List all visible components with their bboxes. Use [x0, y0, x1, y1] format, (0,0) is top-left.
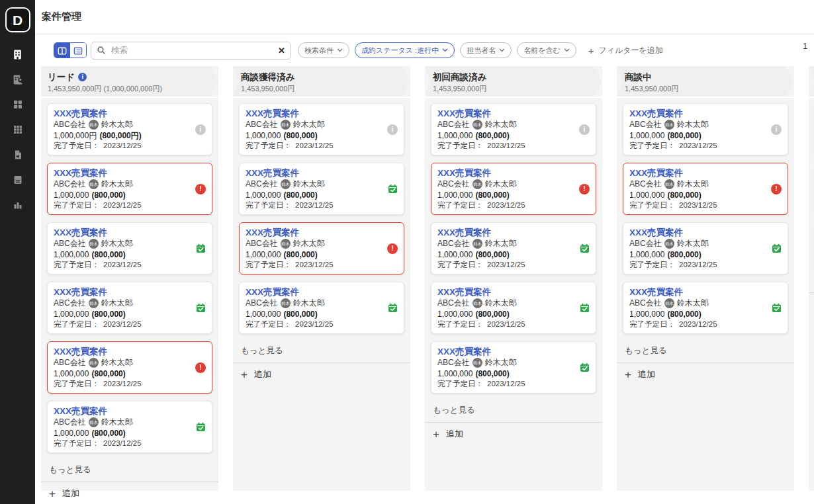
deal-amount: 1,000,000(800,000) [629, 249, 768, 260]
app-logo-letter: D [13, 13, 23, 27]
kanban-view-button[interactable] [54, 43, 70, 58]
filter-chip[interactable]: 検索条件 [298, 42, 349, 58]
add-card-label: 追加 [446, 428, 463, 440]
deal-card[interactable]: XXX売買案件 ABC会社 鈴木 鈴木太郎 1,000,000(800,000)… [47, 282, 212, 334]
search-clear-icon[interactable]: ✕ [278, 45, 285, 56]
deal-title[interactable]: XXX売買案件 [54, 286, 192, 298]
deal-title[interactable]: XXX売買案件 [437, 227, 576, 238]
company-name: ABC会社 [629, 298, 662, 309]
calendar-check-icon [195, 422, 206, 433]
owner-name: 鈴木太郎 [293, 119, 325, 130]
deal-card[interactable]: XXX売買案件 ABC会社 鈴木 鈴木太郎 1,000,000円(800,000… [47, 103, 212, 155]
deal-card[interactable]: XXX売買案件 ABC会社 鈴木 鈴木太郎 1,000,000(800,000)… [239, 163, 404, 215]
deal-card[interactable]: XXX売買案件 ABC会社 鈴木 鈴木太郎 1,000,000(800,000)… [47, 222, 212, 274]
add-card-button[interactable]: + 追加 [617, 363, 794, 380]
deal-card[interactable]: XXX売買案件 ABC会社 鈴木 鈴木太郎 1,000,000(800,000)… [431, 103, 596, 155]
list-view-button[interactable] [70, 43, 86, 58]
due-date-value: 2023/12/25 [103, 439, 142, 447]
deal-card[interactable]: XXX売買案件 ABC会社 鈴木 鈴木太郎 1,000,000(800,000)… [623, 103, 788, 155]
deal-title[interactable]: XXX売買案件 [246, 227, 384, 238]
deal-title[interactable]: XXX売買案件 [246, 286, 384, 298]
sidebar-item-ledger[interactable] [0, 167, 35, 192]
deal-card-content: XXX売買案件 ABC会社 鈴木 鈴木太郎 1,000,000(800,000)… [437, 346, 576, 389]
column-info-icon[interactable]: i [78, 73, 87, 81]
app-logo[interactable]: D [5, 7, 30, 32]
deal-card[interactable]: XXX売買案件 ABC会社 鈴木 鈴木太郎 1,000,000(800,000)… [431, 282, 596, 334]
show-more-link[interactable]: もっと見る [617, 341, 794, 356]
deal-amount-main: 1,000,000円 [54, 131, 97, 140]
sidebar-item-reports[interactable] [0, 192, 35, 218]
deal-amount: 1,000,000(800,000) [437, 190, 576, 200]
add-card-button[interactable]: + 追加 [41, 482, 218, 497]
show-more-link[interactable]: もっと見る [41, 460, 218, 475]
add-card-button[interactable]: + 追加 [425, 423, 602, 440]
deal-title[interactable]: XXX売買案件 [54, 167, 192, 179]
deal-title[interactable]: XXX売買案件 [437, 346, 576, 357]
sidebar-item-board[interactable] [0, 92, 35, 117]
deal-title[interactable]: XXX売買案件 [54, 346, 192, 357]
deal-title[interactable]: XXX売買案件 [437, 108, 576, 119]
owner-name: 鈴木太郎 [677, 179, 709, 190]
deal-amount-main: 1,000,000 [54, 369, 89, 378]
deal-card[interactable]: XXX売買案件 ABC会社 鈴木 鈴木太郎 1,000,000(800,000)… [431, 163, 596, 215]
sidebar-item-building[interactable] [0, 42, 35, 67]
owner-avatar: 鈴木 [473, 179, 482, 189]
deal-card-content: XXX売買案件 ABC会社 鈴木 鈴木太郎 1,000,000(800,000)… [246, 167, 384, 210]
search-input[interactable] [91, 42, 291, 60]
deal-title[interactable]: XXX売買案件 [629, 286, 768, 298]
deal-title[interactable]: XXX売買案件 [629, 227, 768, 238]
add-filter-button[interactable]: + フィルターを追加 [588, 45, 663, 56]
deal-card[interactable]: XXX売買案件 ABC会社 鈴木 鈴木太郎 1,000,000(800,000)… [431, 341, 596, 394]
deal-amount-sub: (800,000) [475, 310, 509, 319]
deal-card[interactable]: XXX売買案件 ABC会社 鈴木 鈴木太郎 1,000,000(800,000)… [623, 282, 788, 334]
info-icon: i [579, 124, 590, 135]
deal-title[interactable]: XXX売買案件 [629, 108, 768, 119]
column-header: リード i 1,453,950,000円 (1,000,000,000円) [41, 66, 218, 97]
deal-title[interactable]: XXX売買案件 [437, 167, 576, 179]
deal-card[interactable]: XXX売買案件 ABC会社 鈴木 鈴木太郎 1,000,000(800,000)… [239, 222, 404, 274]
company-name: ABC会社 [54, 119, 86, 130]
sidebar-item-company-contacts[interactable] [0, 67, 35, 92]
column-card-list: XXX売買案件 ABC会社 鈴木 鈴木太郎 1,000,000(800,000)… [233, 98, 410, 341]
deal-title[interactable]: XXX売買案件 [54, 108, 192, 119]
deal-title[interactable]: XXX売買案件 [629, 167, 768, 179]
deal-due-date: 完了予定日：2023/12/25 [246, 141, 384, 151]
deal-card[interactable]: XXX売買案件 ABC会社 鈴木 鈴木太郎 1,000,000(800,000)… [623, 222, 788, 274]
deal-card-content: XXX売買案件 ABC会社 鈴木 鈴木太郎 1,000,000(800,000)… [246, 108, 384, 151]
company-name: ABC会社 [437, 298, 470, 309]
filter-chip[interactable]: 名前を含む [517, 42, 576, 58]
show-more-link[interactable]: もっと見る [233, 341, 410, 356]
deal-card[interactable]: XXX売買案件 ABC会社 鈴木 鈴木太郎 1,000,000(800,000)… [239, 282, 404, 334]
deal-title[interactable]: XXX売買案件 [246, 108, 384, 119]
sidebar-item-table[interactable] [0, 117, 35, 142]
add-card-button[interactable]: + 追加 [233, 363, 410, 380]
deal-title[interactable]: XXX売買案件 [437, 286, 576, 298]
deal-meta: ABC会社 鈴木 鈴木太郎 [246, 238, 384, 249]
deal-card[interactable]: XXX売買案件 ABC会社 鈴木 鈴木太郎 1,000,000(800,000)… [47, 163, 212, 215]
deal-card[interactable]: XXX売買案件 ABC会社 鈴木 鈴木太郎 1,000,000(800,000)… [431, 222, 596, 274]
show-more-link[interactable] [809, 282, 814, 286]
due-date-label: 完了予定日： [629, 201, 675, 209]
column-title-text: 商談獲得済み [241, 71, 294, 83]
deal-title[interactable]: XXX売買案件 [246, 167, 384, 179]
deal-title[interactable]: XXX売買案件 [54, 405, 192, 417]
company-name: ABC会社 [437, 119, 470, 130]
filter-chip[interactable]: 成約ステータス :進行中 [355, 42, 455, 58]
filter-chip[interactable]: 担当者名 [460, 42, 512, 58]
company-name: ABC会社 [629, 238, 662, 249]
deal-title[interactable]: XXX売買案件 [54, 227, 192, 238]
deal-meta: ABC会社 鈴木 鈴木太郎 [437, 119, 576, 130]
deal-card[interactable]: XXX売買案件 ABC会社 鈴木 鈴木太郎 1,000,000(800,000)… [47, 401, 212, 453]
deal-amount: 1,000,000(800,000) [437, 309, 576, 319]
deal-amount-main: 1,000,000 [246, 131, 281, 140]
sidebar-item-documents[interactable] [0, 142, 35, 167]
deal-amount-sub: (800,000) [667, 190, 701, 200]
show-more-link[interactable]: もっと見る [425, 401, 602, 415]
due-date-label: 完了予定日： [437, 201, 483, 209]
deal-amount: 1,000,000(800,000) [246, 309, 384, 319]
deal-due-date: 完了予定日：2023/12/25 [246, 319, 384, 329]
deal-card[interactable]: XXX売買案件 ABC会社 鈴木 鈴木太郎 1,000,000(800,000)… [623, 163, 788, 215]
deal-card[interactable]: XXX売買案件 ABC会社 鈴木 鈴木太郎 1,000,000(800,000)… [47, 341, 212, 394]
deal-card[interactable]: XXX売買案件 ABC会社 鈴木 鈴木太郎 1,000,000(800,000)… [239, 103, 404, 155]
deal-due-date: 完了予定日：2023/12/25 [54, 200, 192, 210]
